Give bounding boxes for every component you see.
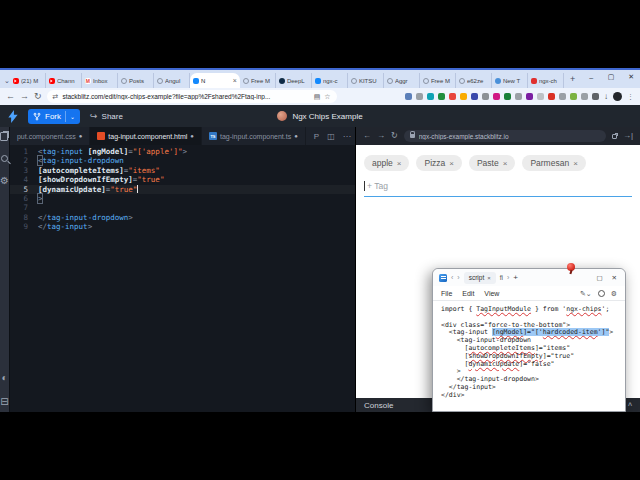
extension-icon[interactable]: [482, 93, 489, 100]
tab-close-icon[interactable]: ×: [233, 78, 237, 84]
theme-toggle-icon[interactable]: ◐: [1, 373, 7, 383]
extension-icon[interactable]: [504, 93, 511, 100]
bottom-panel-icon[interactable]: ⊟: [0, 397, 8, 407]
browser-tab[interactable]: Free M: [240, 73, 276, 88]
site-info-icon[interactable]: ⇄: [53, 93, 59, 100]
stackblitz-logo-icon[interactable]: [8, 110, 18, 123]
tag-chip[interactable]: Parmesan×: [522, 155, 585, 171]
browser-tab[interactable]: ngx-ch: [528, 73, 564, 88]
fork-button[interactable]: Fork ⌄: [28, 109, 80, 124]
extension-icon[interactable]: [592, 93, 599, 100]
menu-edit[interactable]: Edit: [462, 290, 474, 297]
extension-icon[interactable]: [438, 93, 445, 100]
files-icon[interactable]: [0, 132, 8, 141]
fork-chevron-icon[interactable]: ⌄: [70, 113, 75, 120]
code-line[interactable]: 8</tag-input-dropdown>: [10, 213, 359, 222]
browser-tab[interactable]: Posts: [118, 73, 154, 88]
tag-chip[interactable]: Paste×: [469, 155, 515, 171]
chip-remove-icon[interactable]: ×: [573, 159, 578, 168]
menu-file[interactable]: File: [441, 290, 452, 297]
extension-icon[interactable]: [460, 93, 467, 100]
notepad-settings-gear-icon[interactable]: ⚙: [611, 290, 617, 297]
dock-panel-icon[interactable]: →|: [623, 132, 633, 140]
search-icon[interactable]: [1, 155, 8, 162]
extension-icon[interactable]: [537, 93, 544, 100]
tab-scroll-right-icon[interactable]: ›: [457, 274, 459, 281]
settings-gear-icon[interactable]: ⚙: [0, 176, 9, 186]
extension-icon[interactable]: [559, 93, 566, 100]
notepad-text-area[interactable]: import { TagInputModule } from 'ngx-chip…: [433, 301, 625, 411]
chip-remove-icon[interactable]: ×: [503, 159, 508, 168]
notepad-new-tab-button[interactable]: +: [513, 273, 518, 282]
extension-icon[interactable]: [570, 93, 577, 100]
extension-icon[interactable]: [405, 93, 412, 100]
back-icon[interactable]: ←: [6, 92, 15, 101]
notepad-title-bar[interactable]: ‹ › script × fi › + ▢ ✕: [433, 269, 625, 286]
extension-icon[interactable]: [416, 93, 423, 100]
reload-icon[interactable]: ↻: [34, 92, 42, 101]
extension-icon[interactable]: [581, 93, 588, 100]
browser-tab[interactable]: Chann: [46, 73, 82, 88]
close-button[interactable]: ✕: [621, 70, 640, 84]
extension-icon[interactable]: [548, 93, 555, 100]
extension-icon[interactable]: [427, 93, 434, 100]
browser-tab[interactable]: KITSU: [348, 73, 384, 88]
code-line[interactable]: 2<tag-input-dropdown: [10, 156, 359, 165]
chip-remove-icon[interactable]: ×: [397, 159, 402, 168]
tab-overflow-icon[interactable]: ›: [507, 274, 509, 281]
url-text[interactable]: stackblitz.com/edit/ngx-chips-example?fi…: [62, 93, 309, 100]
code-line[interactable]: 1<tag-input [ngModel]="['apple']">: [10, 147, 359, 156]
code-line[interactable]: 5[dynamicUpdate]="true": [10, 185, 359, 194]
forward-icon[interactable]: →: [20, 92, 29, 101]
browser-tab[interactable]: Aggr: [384, 73, 420, 88]
browser-tab[interactable]: e62ze: [456, 73, 492, 88]
extension-icon[interactable]: [449, 93, 456, 100]
prettier-icon[interactable]: P: [314, 132, 319, 141]
bookmark-star-icon[interactable]: ☆: [324, 93, 330, 100]
notepad-close-button[interactable]: ✕: [612, 274, 617, 282]
copilot-icon[interactable]: ✎⌄: [580, 290, 592, 297]
notepad-tab-close-icon[interactable]: ×: [487, 275, 491, 281]
browser-tab[interactable]: Angul: [154, 73, 190, 88]
extension-icon[interactable]: [471, 93, 478, 100]
url-omnibox[interactable]: ⇄ stackblitz.com/edit/ngx-chips-example?…: [47, 90, 337, 103]
split-editor-icon[interactable]: ◫: [327, 132, 335, 141]
code-line[interactable]: 6>: [10, 194, 359, 203]
browser-tab[interactable]: DeepL: [276, 73, 312, 88]
preview-forward-icon[interactable]: →: [377, 132, 385, 140]
code-line[interactable]: 3[autocompleteItems]="items": [10, 166, 359, 175]
downloads-icon[interactable]: ↓: [604, 92, 608, 101]
tag-chip[interactable]: Pizza×: [416, 155, 461, 171]
browser-tab[interactable]: (21) M: [10, 73, 46, 88]
chip-remove-icon[interactable]: ×: [449, 159, 454, 168]
console-expand-icon[interactable]: ^: [628, 402, 632, 409]
notepad-tab-script[interactable]: script ×: [464, 272, 496, 284]
open-external-icon[interactable]: [612, 134, 617, 139]
profile-avatar[interactable]: [613, 92, 622, 101]
extension-icon[interactable]: [515, 93, 522, 100]
new-tab-button[interactable]: +: [564, 74, 581, 84]
preview-back-icon[interactable]: ←: [363, 132, 371, 140]
preview-url[interactable]: ngx-chips-example.stackblitz.io: [419, 133, 509, 140]
code-line[interactable]: 7: [10, 203, 359, 212]
browser-tab[interactable]: ngx-c: [312, 73, 348, 88]
tab-scroll-left-icon[interactable]: ‹: [451, 274, 453, 281]
editor-file-tab[interactable]: put.component.css●: [10, 127, 90, 145]
menu-view[interactable]: View: [484, 290, 499, 297]
editor-file-tab[interactable]: tag-input.component.html●: [90, 127, 202, 145]
maximize-button[interactable]: ▢: [601, 70, 621, 84]
notepad-maximize-button[interactable]: ▢: [596, 274, 602, 282]
code-line[interactable]: 9</tag-input>: [10, 222, 359, 231]
browser-tab[interactable]: MInbox: [82, 73, 118, 88]
browser-tab[interactable]: Free M: [420, 73, 456, 88]
notepad-tab-partial[interactable]: fi: [500, 274, 503, 281]
code-editor[interactable]: 1<tag-input [ngModel]="['apple']">2<tag-…: [10, 145, 359, 412]
tag-chip[interactable]: apple×: [364, 155, 409, 171]
browser-tab[interactable]: New T: [492, 73, 528, 88]
minimize-button[interactable]: –: [581, 70, 601, 84]
share-button[interactable]: ↪ Share: [90, 111, 123, 121]
extension-icon[interactable]: [493, 93, 500, 100]
more-actions-icon[interactable]: ⋯: [343, 132, 351, 141]
reader-mode-icon[interactable]: ▤: [314, 93, 321, 100]
account-icon[interactable]: [598, 290, 605, 297]
